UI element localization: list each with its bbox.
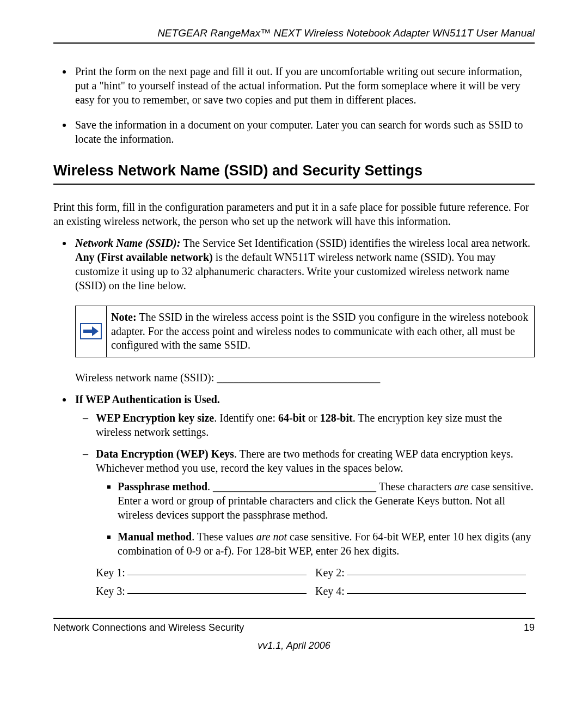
ssid-blank-line: Wireless network name (SSID): __________…: [75, 370, 535, 385]
blank-line: [127, 593, 307, 594]
key2-label: Key 2:: [315, 565, 345, 580]
list-item: WEP Encryption key size. Identify one: 6…: [96, 411, 535, 439]
intro-bullet-list: Print the form on the next page and fill…: [53, 64, 535, 146]
key-row-2: Key 3: Key 4:: [96, 584, 535, 598]
footer-section: Network Connections and Wireless Securit…: [53, 622, 244, 634]
italic-text: are: [454, 480, 468, 492]
list-item-wep: If WEP Authentication is Used. WEP Encry…: [73, 392, 535, 598]
list-item: Print the form on the next page and fill…: [73, 64, 535, 107]
note-label: Note:: [111, 311, 137, 323]
key3-label: Key 3:: [96, 584, 125, 598]
body-text: . ______________________________ These c…: [207, 480, 454, 492]
list-item: Save the information in a document on yo…: [73, 118, 535, 146]
section-intro: Print this form, fill in the configurati…: [53, 200, 535, 228]
bold-text: Any (First available network): [75, 251, 213, 263]
key-row-1: Key 1: Key 2:: [96, 565, 535, 580]
list-item-ssid: Network Name (SSID): The Service Set Ide…: [73, 236, 535, 385]
wep-heading: If WEP Authentication is Used.: [75, 393, 220, 405]
key1-label: Key 1:: [96, 565, 125, 580]
key4-label: Key 4:: [315, 584, 345, 598]
page-footer: Network Connections and Wireless Securit…: [53, 618, 535, 634]
bold-text: Manual method: [118, 531, 192, 543]
list-item: Data Encryption (WEP) Keys. There are tw…: [96, 447, 535, 598]
list-item: Passphrase method. _____________________…: [118, 479, 535, 522]
blank-line: [347, 593, 526, 594]
bold-text: Passphrase method: [118, 480, 207, 492]
main-bullet-list: Network Name (SSID): The Service Set Ide…: [53, 236, 535, 598]
body-text: . These values: [192, 531, 256, 543]
bold-text: 128-bit: [320, 412, 353, 424]
ssid-label: Network Name (SSID):: [75, 237, 180, 249]
bold-text: Data Encryption (WEP) Keys: [96, 448, 234, 460]
bold-text: WEP Encryption key size: [96, 412, 214, 424]
note-text: The SSID in the wireless access point is…: [111, 311, 528, 351]
body-text: The Service Set Identification (SSID) id…: [180, 237, 530, 249]
note-box: Note: The SSID in the wireless access po…: [75, 306, 535, 357]
list-item: Manual method. These values are not case…: [118, 530, 535, 558]
body-text: or: [305, 412, 320, 424]
bold-text: 64-bit: [278, 412, 305, 424]
page-header: NETGEAR RangeMax™ NEXT Wireless Notebook…: [53, 27, 535, 44]
blank-line: [127, 575, 307, 575]
section-heading: Wireless Network Name (SSID) and Securit…: [53, 161, 535, 185]
version-text: vv1.1, April 2006: [53, 640, 535, 652]
blank-line: [347, 575, 526, 575]
italic-text: are not: [256, 531, 287, 543]
page-number: 19: [524, 622, 535, 634]
body-text: . Identify one:: [214, 412, 278, 424]
arrow-right-icon: [76, 306, 107, 357]
